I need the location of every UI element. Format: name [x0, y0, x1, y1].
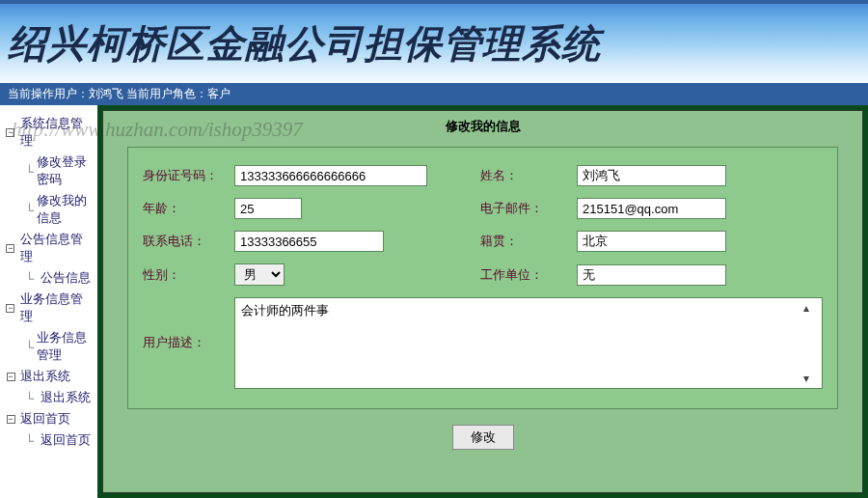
scroll-up-icon[interactable]: ▴ [803, 301, 817, 315]
desc-label: 用户描述： [143, 334, 234, 351]
current-user-value: 刘鸿飞 [89, 87, 123, 100]
sidebar-group-notice[interactable]: − 公告信息管理 [4, 229, 94, 267]
sidebar-group-label: 业务信息管理 [20, 290, 94, 325]
tree-branch-icon: └ [25, 391, 41, 405]
profile-form: 身份证号码： 姓名： 年龄： 电子邮件： [127, 147, 838, 409]
sidebar-item-label: 退出系统 [41, 389, 91, 406]
work-input[interactable] [577, 264, 726, 286]
sidebar-group-business[interactable]: − 业务信息管理 [4, 289, 94, 327]
current-role-value: 客户 [207, 87, 231, 100]
sidebar-item-edit-profile[interactable]: └ 修改我的信息 [4, 190, 94, 229]
collapse-icon: − [4, 301, 17, 315]
tree-branch-icon: └ [25, 340, 37, 354]
current-user-label: 当前操作用户： [8, 87, 89, 100]
native-label: 籍贯： [480, 233, 577, 250]
email-label: 电子邮件： [480, 200, 577, 217]
id-input[interactable] [234, 165, 427, 186]
sidebar-item-business[interactable]: └ 业务信息管理 [4, 327, 94, 366]
app-title: 绍兴柯桥区金融公司担保管理系统 [8, 17, 601, 70]
work-label: 工作单位： [480, 266, 577, 284]
collapse-icon: − [4, 370, 17, 383]
phone-label: 联系电话： [143, 233, 234, 250]
sidebar-group-system[interactable]: − 系统信息管理 [4, 113, 94, 152]
tree-branch-icon: └ [25, 271, 41, 286]
name-label: 姓名： [480, 167, 577, 184]
current-role-label: 当前用户角色： [126, 87, 207, 100]
age-input[interactable] [234, 198, 302, 219]
native-input[interactable] [577, 231, 726, 252]
sidebar-item-label: 修改我的信息 [37, 192, 94, 227]
sidebar-group-label: 退出系统 [20, 368, 70, 385]
gender-select[interactable]: 男 [234, 263, 285, 286]
app-header: 绍兴柯桥区金融公司担保管理系统 [0, 0, 868, 83]
name-input[interactable] [577, 165, 726, 186]
sidebar-item-logout[interactable]: └ 退出系统 [4, 387, 94, 408]
desc-textarea[interactable] [234, 297, 823, 389]
sidebar-item-notice[interactable]: └ 公告信息 [4, 267, 94, 289]
sidebar-group-label: 公告信息管理 [20, 231, 94, 265]
sidebar-item-home[interactable]: └ 返回首页 [4, 429, 94, 451]
scroll-down-icon[interactable]: ▾ [803, 372, 817, 385]
profile-panel: 修改我的信息 身份证号码： 姓名： 年龄： [102, 110, 863, 493]
phone-input[interactable] [234, 231, 384, 252]
panel-title: 修改我的信息 [103, 111, 862, 142]
submit-button[interactable]: 修改 [452, 425, 514, 450]
id-label: 身份证号码： [143, 167, 234, 184]
collapse-icon: − [4, 241, 17, 255]
collapse-icon: − [4, 125, 17, 139]
sidebar-item-label: 修改登录密码 [37, 153, 94, 188]
sidebar-group-label: 系统信息管理 [20, 115, 94, 150]
nav-sidebar: − 系统信息管理 └ 修改登录密码 └ 修改我的信息 − 公告信息管理 └ 公告… [0, 105, 97, 498]
tree-branch-icon: └ [25, 433, 41, 448]
tree-branch-icon: └ [25, 164, 37, 179]
sidebar-item-label: 业务信息管理 [37, 329, 94, 364]
sidebar-item-label: 返回首页 [41, 431, 91, 449]
sidebar-group-label: 返回首页 [20, 410, 70, 428]
sidebar-group-logout[interactable]: − 退出系统 [4, 366, 94, 387]
sidebar-item-label: 公告信息 [41, 269, 91, 287]
email-input[interactable] [577, 198, 726, 219]
submit-row: 修改 [103, 419, 862, 456]
collapse-icon: − [4, 412, 17, 426]
status-bar: 当前操作用户：刘鸿飞 当前用户角色：客户 [0, 83, 868, 105]
age-label: 年龄： [143, 200, 234, 217]
gender-label: 性别： [143, 266, 234, 284]
sidebar-item-change-password[interactable]: └ 修改登录密码 [4, 152, 94, 190]
sidebar-group-home[interactable]: − 返回首页 [4, 408, 94, 429]
main-content: 修改我的信息 身份证号码： 姓名： 年龄： [97, 105, 868, 498]
tree-branch-icon: └ [25, 203, 37, 217]
